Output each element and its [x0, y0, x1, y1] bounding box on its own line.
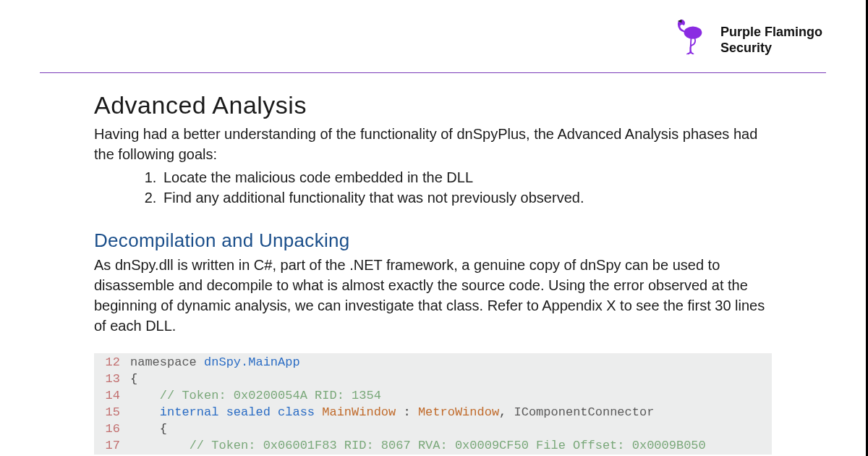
line-number: 13 [94, 371, 130, 388]
code-line: 15 internal sealed class MainWindow : Me… [94, 405, 772, 421]
code-line: 17 // Token: 0x06001F83 RID: 8067 RVA: 0… [94, 438, 772, 455]
code-text: internal sealed class MainWindow : Metro… [130, 405, 772, 421]
intro-paragraph: Having had a better understanding of the… [94, 124, 772, 164]
flamingo-icon [664, 14, 715, 65]
line-number: 17 [94, 438, 130, 455]
heading-decompilation: Decompilation and Unpacking [94, 229, 772, 252]
list-item: Locate the malicious code embedded in th… [161, 167, 772, 187]
decompilation-paragraph: As dnSpy.dll is written in C#, part of t… [94, 255, 772, 336]
brand-name: Purple Flamingo Security [720, 24, 822, 56]
code-snippet: 12namespace dnSpy.MainApp13{14 // Token:… [94, 353, 772, 455]
list-item: Find any additional functionality that w… [161, 187, 772, 208]
goals-list: Locate the malicious code embedded in th… [94, 167, 772, 208]
brand-logo-block: Purple Flamingo Security [664, 14, 822, 65]
line-number: 16 [94, 421, 130, 438]
code-line: 12namespace dnSpy.MainApp [94, 355, 772, 371]
svg-point-0 [684, 26, 702, 38]
code-line: 16 { [94, 421, 772, 438]
code-text: { [130, 421, 772, 438]
code-line: 13{ [94, 371, 772, 388]
page-header: Purple Flamingo Security [0, 0, 866, 72]
code-text: // Token: 0x06001F83 RID: 8067 RVA: 0x00… [130, 438, 772, 455]
line-number: 15 [94, 405, 130, 421]
brand-line2: Security [720, 40, 822, 56]
document-content: Advanced Analysis Having had a better un… [0, 73, 866, 455]
code-text: namespace dnSpy.MainApp [130, 355, 772, 371]
code-text: { [130, 371, 772, 388]
code-line: 14 // Token: 0x0200054A RID: 1354 [94, 388, 772, 405]
heading-advanced-analysis: Advanced Analysis [94, 91, 772, 119]
line-number: 12 [94, 355, 130, 371]
code-text: // Token: 0x0200054A RID: 1354 [130, 388, 772, 405]
line-number: 14 [94, 388, 130, 405]
brand-line1: Purple Flamingo [720, 24, 822, 41]
